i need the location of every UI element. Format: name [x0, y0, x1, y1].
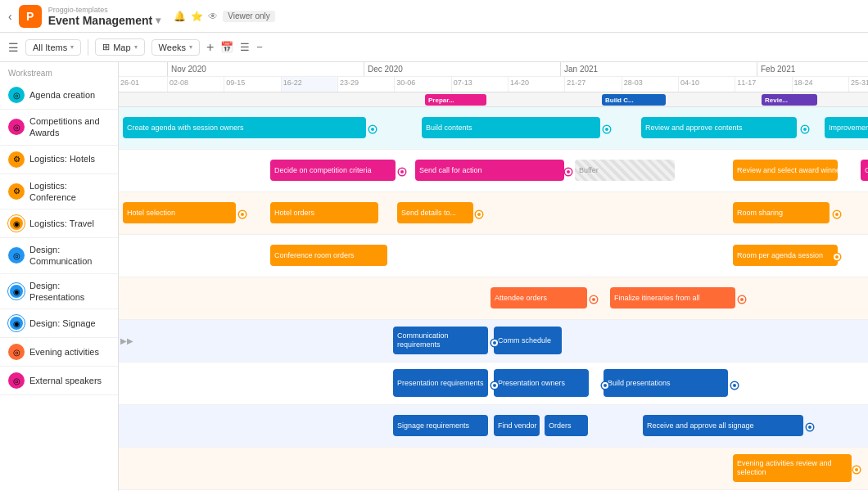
dropdown-arrow-icon[interactable]: ▾ [156, 15, 160, 26]
bar-finalize-itineraries[interactable]: Finalize itineraries from all [610, 287, 735, 309]
phase-label: Revie... [765, 97, 788, 104]
phase-label: Build C... [605, 97, 634, 104]
sidebar-item-evening[interactable]: ◎ Evening activities [0, 338, 118, 367]
bar-conference-room[interactable]: Conference room orders [270, 245, 387, 266]
sidebar-label: Design: Presentations [29, 280, 110, 304]
week-label: 21-27 [565, 77, 622, 92]
timeline-weeks: 26-01 02-08 09-15 16-22 23-29 30-06 07-1… [119, 77, 868, 92]
milestone [807, 424, 813, 430]
agenda-icon: ◎ [8, 87, 25, 103]
milestone [491, 340, 498, 346]
back-button[interactable]: ‹ [8, 10, 12, 23]
minus-button[interactable]: − [256, 41, 263, 53]
speakers-icon: ◎ [8, 372, 25, 389]
sidebar-label: Design: Communication [29, 244, 110, 268]
dropdown-arrow-icon: ▾ [134, 43, 138, 51]
gantt-area[interactable]: Nov 2020 Dec 2020 Jan 2021 Feb 2021 26-0… [119, 62, 868, 491]
sidebar-item-agenda[interactable]: ◎ Agenda creation [0, 81, 118, 110]
week-spacer: 26-01 [119, 77, 168, 92]
sidebar: Workstream ◎ Agenda creation ◎ Competiti… [0, 62, 119, 491]
period-selector[interactable]: Weeks ▾ [151, 39, 200, 56]
phase-review[interactable]: Revie... [762, 94, 817, 106]
evening-icon: ◎ [8, 344, 25, 360]
template-label: Proggio-templates [48, 6, 161, 14]
bar-improvements[interactable]: Improvements [825, 117, 868, 138]
dropdown-arrow-icon: ▾ [70, 43, 74, 51]
bar-buffer[interactable]: Buffer [575, 160, 675, 181]
row-signage: Signage requirements Find vendor Orders … [119, 405, 868, 448]
week-label: 07-13 [452, 77, 509, 92]
bar-find-vendor[interactable]: Find vendor [494, 415, 540, 436]
sidebar-item-travel[interactable]: ◉ Logistics: Travel [0, 209, 118, 238]
bar-hotel-selection[interactable]: Hotel selection [123, 202, 236, 223]
phase-row: Prepar... Build C... Revie... [119, 92, 868, 107]
timeline-header: Nov 2020 Dec 2020 Jan 2021 Feb 2021 26-0… [119, 62, 868, 92]
milestone [604, 126, 610, 133]
star-icon[interactable]: ⭐ [191, 11, 203, 22]
bar-comm-requirements[interactable]: Communication requirements [393, 327, 488, 354]
row-presentations: Presentation requirements Presentation o… [119, 363, 868, 405]
milestone [834, 254, 840, 260]
bar-decide-competition[interactable]: Decide on competition criteria [270, 160, 396, 181]
bar-orders[interactable]: Orders [545, 415, 588, 436]
bar-hotel-orders[interactable]: Hotel orders [270, 202, 378, 223]
sidebar-item-presentations[interactable]: ◉ Design: Presentations [0, 274, 118, 310]
month-feb: Feb 2021 [757, 62, 868, 76]
view-selector[interactable]: ⊞ Map ▾ [95, 38, 144, 56]
row-evening: Evening activities review and selection … [119, 448, 868, 490]
row-competitions: Decide on competition criteria Send call… [119, 150, 868, 192]
sidebar-label: Logistics: Conference [29, 180, 110, 204]
timeline-months: Nov 2020 Dec 2020 Jan 2021 Feb 2021 [119, 62, 868, 77]
month-dec: Dec 2020 [364, 62, 561, 76]
bar-comm-schedule[interactable]: Comm schedule [494, 327, 562, 354]
phase-prepar[interactable]: Prepar... [425, 94, 486, 106]
milestone [491, 382, 498, 389]
sidebar-item-conference[interactable]: ⚙ Logistics: Conference [0, 174, 118, 210]
bar-build-presentations[interactable]: Build presentations [604, 369, 728, 397]
add-button[interactable]: + [206, 40, 214, 55]
sidebar-label: Evening activities [29, 346, 99, 358]
month-jan: Jan 2021 [561, 62, 757, 76]
bar-send-details[interactable]: Send details to... [397, 202, 473, 223]
filter-icon[interactable]: ☰ [8, 41, 19, 54]
workstream-header: Workstream [0, 65, 118, 81]
week-label: 28-03 [622, 77, 679, 92]
list-icon[interactable]: ☰ [240, 41, 250, 53]
bar-receive-approve-signage[interactable]: Receive and approve all signage [643, 415, 803, 436]
sidebar-item-speakers[interactable]: ◎ External speakers [0, 367, 118, 395]
eye-icon[interactable]: 👁 [208, 11, 218, 22]
sidebar-item-signage[interactable]: ◉ Design: Signage [0, 309, 118, 338]
sidebar-label: Logistics: Hotels [29, 153, 95, 164]
collapse-handle[interactable]: ▶▶ [120, 336, 133, 345]
app-icon: P [19, 5, 42, 28]
bar-create-agenda[interactable]: Create agenda with session owners [123, 117, 366, 138]
bar-room-per-agenda[interactable]: Room per agenda session [733, 245, 838, 266]
bar-review-approve[interactable]: Review and approve contents [641, 117, 797, 138]
header-icons: 🔔 ⭐ 👁 Viewer only [174, 11, 275, 22]
bar-attendee-orders[interactable]: Attendee orders [491, 287, 587, 309]
bar-evening-activities[interactable]: Evening activities review and selection [733, 454, 852, 482]
bar-communicate[interactable]: Communicate to... [861, 160, 868, 181]
bell-icon[interactable]: 🔔 [174, 11, 186, 22]
milestone [834, 211, 840, 218]
all-items-filter[interactable]: All Items ▾ [25, 39, 81, 56]
sidebar-item-hotels[interactable]: ⚙ Logistics: Hotels [0, 146, 118, 174]
sidebar-item-communication[interactable]: ◎ Design: Communication [0, 238, 118, 274]
bar-review-select[interactable]: Review and select award winners [733, 160, 838, 181]
bar-send-call[interactable]: Send call for action [415, 160, 564, 181]
bar-build-contents[interactable]: Build contents [422, 117, 600, 138]
calendar-icon[interactable]: 📅 [220, 41, 233, 53]
week-label: 23-29 [338, 77, 395, 92]
sidebar-label: Agenda creation [29, 89, 95, 101]
bar-room-sharing[interactable]: Room sharing [733, 202, 830, 223]
phase-build[interactable]: Build C... [602, 94, 666, 106]
app-title: Event Management ▾ [48, 14, 161, 27]
milestone [731, 382, 738, 389]
month-nov: Nov 2020 [168, 62, 364, 76]
bar-pres-owners[interactable]: Presentation owners [494, 369, 589, 397]
travel-icon: ◉ [8, 215, 25, 232]
sidebar-item-competitions[interactable]: ◎ Competitions and Awards [0, 110, 118, 146]
bar-pres-requirements[interactable]: Presentation requirements [393, 369, 488, 397]
milestone [399, 169, 405, 175]
bar-signage-requirements[interactable]: Signage requirements [393, 415, 488, 436]
